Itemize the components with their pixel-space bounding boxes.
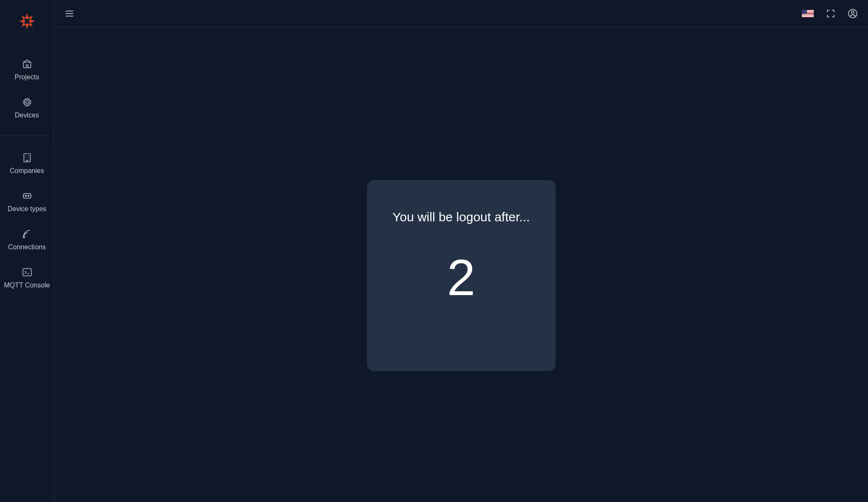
- svg-marker-2: [25, 23, 29, 29]
- nav-group-primary: Projects Devices: [0, 42, 54, 136]
- sidebar-item-label: Companies: [10, 167, 44, 175]
- svg-point-19: [851, 11, 854, 14]
- topbar: [54, 0, 868, 28]
- sidebar-item-connections[interactable]: Connections: [0, 221, 54, 259]
- sidebar-item-devices[interactable]: Devices: [0, 89, 54, 127]
- devices-icon: [22, 97, 33, 108]
- svg-rect-8: [24, 100, 30, 105]
- logout-modal-title: You will be logout after...: [392, 207, 530, 226]
- svg-marker-7: [21, 16, 25, 20]
- device-types-icon: [22, 190, 33, 201]
- svg-rect-9: [25, 101, 28, 104]
- fullscreen-icon[interactable]: [826, 8, 836, 19]
- sidebar-item-companies[interactable]: Companies: [0, 145, 54, 183]
- svg-rect-14: [23, 268, 31, 276]
- svg-marker-4: [28, 16, 33, 20]
- sidebar-item-device-types[interactable]: Device types: [0, 183, 54, 221]
- menu-toggle-icon[interactable]: [64, 8, 75, 19]
- topbar-right: [802, 8, 858, 19]
- svg-point-12: [28, 195, 29, 196]
- sidebar-item-label: Device types: [8, 205, 47, 213]
- language-flag-icon[interactable]: [802, 10, 814, 17]
- svg-marker-6: [21, 22, 25, 27]
- projects-icon: [22, 59, 33, 70]
- sidebar-item-label: Connections: [8, 243, 46, 251]
- account-icon[interactable]: [848, 8, 858, 19]
- svg-marker-0: [25, 13, 29, 20]
- svg-marker-1: [28, 20, 35, 23]
- logout-modal: You will be logout after... 2: [367, 180, 556, 371]
- svg-point-11: [25, 195, 26, 196]
- mqtt-console-icon: [22, 267, 33, 278]
- sidebar: Projects Devices Companies: [0, 0, 54, 502]
- content-area: You will be logout after... 2: [54, 28, 868, 502]
- sidebar-item-label: Devices: [15, 111, 39, 120]
- nav-group-secondary: Companies Device types Connections: [0, 136, 54, 306]
- svg-point-13: [23, 237, 24, 238]
- sidebar-item-label: Projects: [15, 73, 39, 81]
- logo-container: [0, 0, 54, 42]
- logout-countdown: 2: [447, 252, 476, 303]
- companies-icon: [22, 152, 33, 163]
- app-logo-icon: [19, 13, 35, 29]
- connections-icon: [22, 229, 33, 240]
- sidebar-item-label: MQTT Console: [4, 281, 50, 290]
- main-area: You will be logout after... 2: [54, 0, 868, 502]
- sidebar-item-projects[interactable]: Projects: [0, 51, 54, 89]
- topbar-left: [64, 8, 75, 19]
- sidebar-item-mqtt-console[interactable]: MQTT Console: [0, 259, 54, 297]
- svg-marker-5: [28, 22, 33, 27]
- svg-marker-3: [19, 20, 25, 23]
